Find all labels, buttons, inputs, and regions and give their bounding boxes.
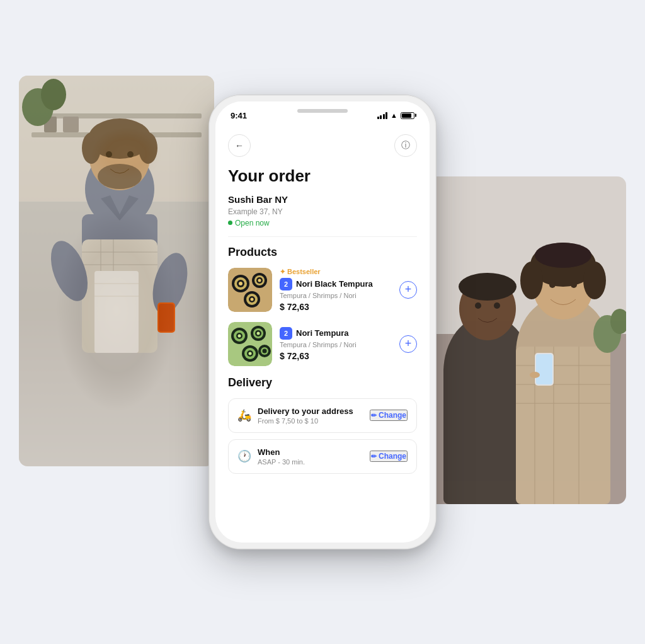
page-title: Your order [228, 167, 417, 185]
svg-point-80 [257, 331, 260, 335]
quantity-badge-1: 2 [280, 278, 292, 290]
back-button[interactable]: ← [228, 134, 251, 157]
phone: 9:41 ▲ [209, 95, 436, 549]
svg-rect-2 [31, 113, 202, 118]
svg-rect-5 [63, 117, 79, 132]
plus-icon-2: + [405, 337, 412, 350]
restaurant-name: Sushi Bar NY [228, 194, 417, 205]
product-desc-2: Tempura / Shrimps / Nori [280, 341, 392, 348]
info-icon: ⓘ [401, 140, 410, 151]
product-info-2: 2 Nori Tempura Tempura / Shrimps / Nori … [280, 327, 392, 361]
bestseller-badge-1: ✦ Bestseller [280, 268, 392, 276]
svg-point-53 [571, 282, 577, 288]
product-item-2: 2 Nori Tempura Tempura / Shrimps / Nori … [228, 322, 417, 366]
svg-rect-55 [536, 354, 552, 384]
add-product-1-button[interactable]: + [399, 281, 417, 299]
svg-point-25 [98, 164, 142, 189]
svg-rect-20 [159, 304, 174, 331]
section-divider [228, 236, 417, 237]
delivery-when-title: When [258, 447, 305, 457]
status-time: 9:41 [231, 111, 247, 120]
delivery-address-card: 🛵 Delivery to your address From $ 7,50 t… [228, 398, 417, 433]
svg-point-63 [239, 282, 243, 285]
product-price-1: $ 72,63 [280, 302, 392, 312]
restaurant-address: Example 37, NY [228, 207, 417, 216]
phone-frame: 9:41 ▲ [209, 95, 436, 549]
add-product-2-button[interactable]: + [399, 335, 417, 353]
product-name-2: Nori Tempura [296, 328, 349, 338]
open-status-label: Open now [235, 219, 270, 227]
svg-point-45 [475, 302, 481, 309]
svg-point-26 [106, 151, 112, 158]
change-label-2: Change [379, 452, 406, 461]
status-icons: ▲ [377, 112, 414, 119]
plus-icon: + [405, 283, 412, 296]
svg-point-27 [127, 151, 134, 158]
svg-point-46 [494, 302, 500, 309]
quantity-badge-2: 2 [280, 327, 292, 340]
product-info-1: ✦ Bestseller 2 Nori Black Tempura Tempur… [280, 268, 392, 312]
product-image-sushi-green [228, 322, 272, 366]
delivery-address-title: Delivery to your address [258, 406, 353, 416]
wifi-icon: ▲ [391, 112, 397, 119]
product-name-1: Nori Black Tempura [296, 279, 373, 289]
products-section-title: Products [228, 246, 417, 259]
edit-pencil-icon: ✏ [371, 411, 377, 420]
delivery-when-card: 🕐 When ASAP - 30 min. ✏ Change [228, 439, 417, 474]
svg-point-49 [520, 262, 543, 299]
edit-pencil-icon-2: ✏ [371, 452, 377, 461]
svg-point-76 [238, 334, 241, 337]
info-button[interactable]: ⓘ [394, 134, 417, 157]
signal-icon [377, 112, 388, 119]
status-bar: 9:41 ▲ [215, 101, 430, 129]
svg-point-51 [535, 243, 591, 268]
product-image-1 [228, 268, 272, 312]
back-arrow-icon: ← [235, 141, 244, 150]
open-dot-icon [228, 221, 232, 225]
svg-point-71 [251, 297, 254, 301]
product-image-sushi-dark [228, 268, 272, 312]
svg-point-52 [549, 282, 556, 288]
open-status-badge: Open now [228, 219, 417, 227]
svg-point-67 [258, 279, 261, 282]
product-desc-1: Tempura / Shrimps / Nori [280, 292, 392, 299]
background-photo-right [412, 176, 626, 504]
product-price-2: $ 72,63 [280, 351, 392, 361]
svg-point-56 [530, 372, 540, 378]
bestseller-star-icon: ✦ [280, 268, 285, 276]
delivery-address-subtitle: From $ 7,50 to $ 10 [258, 417, 353, 425]
delivery-when-subtitle: ASAP - 30 min. [258, 458, 305, 466]
svg-point-29 [41, 79, 66, 110]
top-navigation: ← ⓘ [228, 129, 417, 167]
svg-rect-36 [516, 347, 610, 504]
delivery-section-title: Delivery [228, 376, 417, 389]
change-delivery-address-button[interactable]: ✏ Change [370, 410, 408, 421]
phone-screen: 9:41 ▲ [215, 101, 430, 543]
background-photo-left [19, 76, 214, 466]
svg-point-23 [82, 132, 101, 164]
change-delivery-when-button[interactable]: ✏ Change [370, 451, 408, 462]
change-label-1: Change [379, 411, 406, 420]
screen-content[interactable]: ← ⓘ Your order Sushi Bar NY Example 37, … [215, 129, 430, 543]
svg-point-50 [583, 262, 606, 299]
svg-point-87 [263, 348, 267, 353]
clock-icon: 🕐 [237, 449, 251, 463]
delivery-scooter-icon: 🛵 [237, 408, 251, 422]
svg-point-44 [459, 273, 517, 301]
scene: 9:41 ▲ [0, 0, 645, 644]
svg-point-24 [139, 132, 157, 164]
battery-icon [401, 112, 414, 119]
svg-point-84 [249, 352, 252, 355]
product-image-2 [228, 322, 272, 366]
product-item-1: ✦ Bestseller 2 Nori Black Tempura Tempur… [228, 268, 417, 312]
